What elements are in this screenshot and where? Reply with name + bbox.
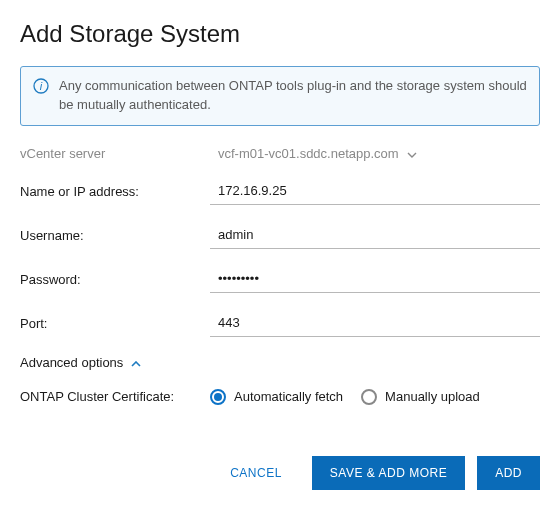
chevron-down-icon	[407, 146, 417, 161]
dialog-footer: CANCEL SAVE & ADD MORE ADD	[212, 456, 540, 490]
certificate-label: ONTAP Cluster Certificate:	[20, 388, 210, 406]
password-input[interactable]	[210, 267, 540, 293]
radio-icon	[210, 389, 226, 405]
name-input[interactable]	[210, 179, 540, 205]
certificate-row: ONTAP Cluster Certificate: Automatically…	[20, 388, 540, 406]
vcenter-label: vCenter server	[20, 146, 210, 161]
vcenter-dropdown[interactable]: vcf-m01-vc01.sddc.netapp.com	[210, 146, 417, 161]
username-label: Username:	[20, 228, 210, 243]
name-row: Name or IP address:	[20, 179, 540, 205]
password-row: Password:	[20, 267, 540, 293]
port-input[interactable]	[210, 311, 540, 337]
radio-manual-upload[interactable]: Manually upload	[361, 389, 480, 405]
svg-text:i: i	[40, 80, 43, 92]
dialog-title: Add Storage System	[20, 20, 540, 48]
chevron-up-icon	[131, 355, 141, 370]
radio-icon	[361, 389, 377, 405]
cancel-button[interactable]: CANCEL	[212, 456, 300, 490]
info-icon: i	[33, 78, 49, 115]
port-label: Port:	[20, 316, 210, 331]
add-button[interactable]: ADD	[477, 456, 540, 490]
radio-manual-label: Manually upload	[385, 389, 480, 404]
radio-auto-fetch[interactable]: Automatically fetch	[210, 389, 343, 405]
advanced-options-toggle[interactable]: Advanced options	[20, 355, 540, 370]
info-text: Any communication between ONTAP tools pl…	[59, 77, 527, 115]
radio-auto-label: Automatically fetch	[234, 389, 343, 404]
password-label: Password:	[20, 272, 210, 287]
name-label: Name or IP address:	[20, 184, 210, 199]
username-row: Username:	[20, 223, 540, 249]
username-input[interactable]	[210, 223, 540, 249]
vcenter-row: vCenter server vcf-m01-vc01.sddc.netapp.…	[20, 146, 540, 161]
certificate-radio-group: Automatically fetch Manually upload	[210, 388, 480, 405]
port-row: Port:	[20, 311, 540, 337]
info-banner: i Any communication between ONTAP tools …	[20, 66, 540, 126]
save-add-more-button[interactable]: SAVE & ADD MORE	[312, 456, 465, 490]
advanced-options-label: Advanced options	[20, 355, 123, 370]
vcenter-value: vcf-m01-vc01.sddc.netapp.com	[218, 146, 399, 161]
